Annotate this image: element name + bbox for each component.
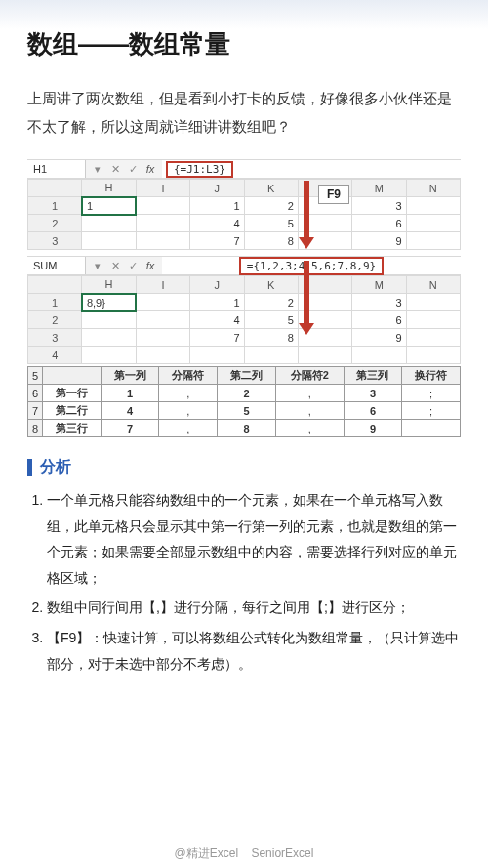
definition-table: 5第一列分隔符第二列分隔符2第三列换行符6第一行1,2,3;7第二行4,5,6;… bbox=[27, 366, 461, 437]
def-cell: , bbox=[275, 420, 344, 437]
page-title: 数组——数组常量 bbox=[27, 27, 461, 62]
cell: 1 bbox=[82, 197, 136, 215]
cell bbox=[406, 232, 460, 250]
cell bbox=[136, 347, 189, 364]
cell bbox=[82, 232, 136, 250]
analysis-header-text: 分析 bbox=[40, 457, 71, 477]
formula-bar-1: {=J1:L3} bbox=[162, 160, 461, 178]
def-cell: ; bbox=[402, 402, 461, 420]
row-number: 1 bbox=[28, 197, 82, 215]
cell bbox=[190, 347, 244, 364]
cell bbox=[406, 294, 460, 311]
cell bbox=[82, 347, 136, 364]
cell bbox=[136, 311, 189, 329]
def-col-header: 第二列 bbox=[218, 367, 276, 385]
dropdown-icon: ▾ bbox=[92, 260, 103, 272]
cell bbox=[244, 347, 298, 364]
def-cell: 1 bbox=[101, 385, 159, 402]
col-header bbox=[28, 276, 82, 294]
cell bbox=[406, 347, 460, 364]
arrow-down-2 bbox=[304, 261, 309, 325]
cell bbox=[136, 329, 189, 347]
cell: 3 bbox=[352, 197, 406, 215]
def-cell: 4 bbox=[101, 402, 159, 420]
def-cell: 8 bbox=[218, 420, 276, 437]
def-cell: 6 bbox=[344, 402, 402, 420]
col-header: J bbox=[190, 180, 244, 197]
cell: 6 bbox=[352, 215, 406, 232]
def-cell: 5 bbox=[218, 402, 276, 420]
def-cell: , bbox=[159, 385, 218, 402]
cell bbox=[136, 215, 189, 232]
def-cell: 2 bbox=[218, 385, 276, 402]
col-header: H bbox=[82, 180, 136, 197]
def-cell: 9 bbox=[344, 420, 402, 437]
cell bbox=[352, 347, 406, 364]
col-header: I bbox=[136, 276, 189, 294]
row-number: 3 bbox=[28, 329, 82, 347]
cell: 4 bbox=[190, 311, 244, 329]
grid-1: HIJKLMN1112324563789 bbox=[27, 179, 461, 250]
cell bbox=[82, 311, 136, 329]
col-header: N bbox=[406, 180, 460, 197]
cell: 5 bbox=[244, 311, 298, 329]
cell bbox=[136, 232, 189, 250]
cell: 4 bbox=[190, 215, 244, 232]
footer-right: SeniorExcel bbox=[251, 847, 313, 860]
cell: 2 bbox=[244, 197, 298, 215]
analysis-list: 一个单元格只能容纳数组中的一个元素，如果在一个单元格写入数组，此单元格只会显示其… bbox=[27, 487, 461, 677]
grid-2: HIJKMN18,9}123245637894 bbox=[27, 275, 461, 364]
cell: 8 bbox=[244, 329, 298, 347]
cancel-icon: ✕ bbox=[109, 163, 121, 176]
formula-bar-2: ={1,2,3;4,5,6;7,8,9} bbox=[162, 257, 461, 274]
footer-left: @精进Excel bbox=[175, 847, 239, 860]
cell: 8,9} bbox=[82, 294, 136, 311]
def-col-header bbox=[43, 367, 102, 385]
def-col-header: 第三列 bbox=[344, 367, 402, 385]
cell bbox=[406, 329, 460, 347]
def-cell bbox=[402, 420, 461, 437]
col-header: M bbox=[352, 276, 406, 294]
cell: 7 bbox=[190, 329, 244, 347]
arrow-head-2 bbox=[299, 323, 314, 335]
def-col-header: 分隔符2 bbox=[275, 367, 344, 385]
analysis-item: 一个单元格只能容纳数组中的一个元素，如果在一个单元格写入数组，此单元格只会显示其… bbox=[47, 487, 461, 591]
cell: 8 bbox=[244, 232, 298, 250]
def-cell: , bbox=[275, 402, 344, 420]
analysis-item: 【F9】：快速计算，可以将数组公式转化为数组常量，（只计算选中部分，对于未选中部… bbox=[47, 625, 461, 677]
dropdown-icon: ▾ bbox=[92, 163, 103, 176]
def-cell: ; bbox=[402, 385, 461, 402]
analysis-item: 数组中同行间用【,】进行分隔，每行之间用【;】进行区分； bbox=[47, 595, 461, 621]
col-header: K bbox=[244, 180, 298, 197]
cell: 3 bbox=[352, 294, 406, 311]
col-header: K bbox=[244, 276, 298, 294]
excel-screenshot: F9 H1 ▾ ✕ ✓ fx {=J1:L3} HIJKLMN111232456… bbox=[27, 159, 461, 437]
col-header: N bbox=[406, 276, 460, 294]
cell bbox=[136, 294, 189, 311]
formula-text-2: ={1,2,3;4,5,6;7,8,9} bbox=[239, 257, 384, 275]
cell bbox=[82, 215, 136, 232]
cell: 1 bbox=[190, 294, 244, 311]
row-number: 1 bbox=[28, 294, 82, 311]
cell bbox=[298, 347, 351, 364]
fx-icon: fx bbox=[144, 163, 156, 175]
col-header: J bbox=[190, 276, 244, 294]
cell: 6 bbox=[352, 311, 406, 329]
cell: 2 bbox=[244, 294, 298, 311]
cell bbox=[82, 329, 136, 347]
name-box-1: H1 bbox=[27, 160, 86, 178]
def-col-header: 换行符 bbox=[402, 367, 461, 385]
def-cell: , bbox=[275, 385, 344, 402]
row-number: 2 bbox=[28, 311, 82, 329]
row-number: 4 bbox=[28, 347, 82, 364]
col-header: I bbox=[136, 180, 189, 197]
row-number: 2 bbox=[28, 215, 82, 232]
cancel-icon: ✕ bbox=[109, 260, 121, 272]
accept-icon: ✓ bbox=[127, 163, 139, 176]
cell bbox=[406, 311, 460, 329]
cell bbox=[136, 197, 189, 215]
def-cell: , bbox=[159, 402, 218, 420]
arrow-head-1 bbox=[299, 237, 314, 249]
row-number: 3 bbox=[28, 232, 82, 250]
def-cell: 3 bbox=[344, 385, 402, 402]
